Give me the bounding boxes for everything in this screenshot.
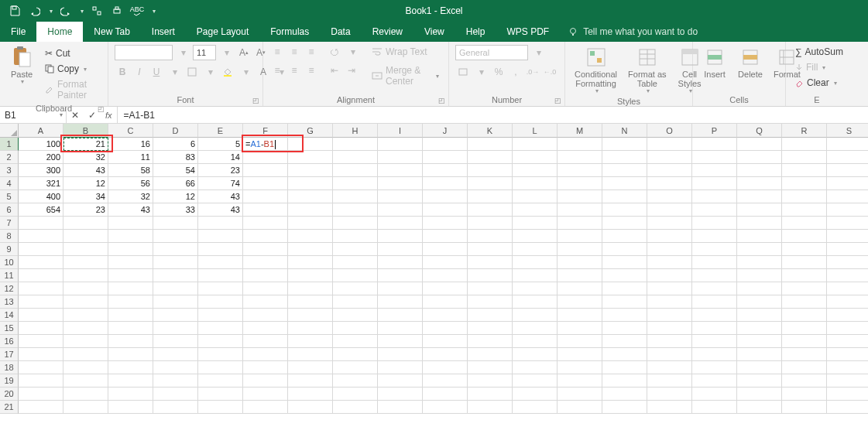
dialog-launcher-icon[interactable]: ◰ xyxy=(252,97,259,104)
cell[interactable] xyxy=(19,269,63,282)
cell[interactable] xyxy=(647,295,692,309)
cell[interactable] xyxy=(468,203,513,217)
fill-color-icon[interactable] xyxy=(220,65,235,79)
cell[interactable] xyxy=(692,177,737,190)
cell[interactable] xyxy=(737,203,782,217)
cell[interactable] xyxy=(602,217,647,230)
cell[interactable] xyxy=(827,335,868,348)
cell[interactable] xyxy=(827,151,868,164)
cell[interactable] xyxy=(288,138,333,151)
cell[interactable] xyxy=(737,243,782,256)
cell[interactable] xyxy=(468,217,513,230)
cell[interactable] xyxy=(513,217,558,230)
row-header[interactable]: 9 xyxy=(0,243,19,256)
column-header[interactable]: N xyxy=(602,124,647,138)
cell[interactable] xyxy=(782,361,827,374)
cell[interactable] xyxy=(378,243,423,256)
cell[interactable] xyxy=(827,243,868,256)
cell[interactable] xyxy=(288,256,333,269)
cell[interactable] xyxy=(198,243,243,256)
cell[interactable] xyxy=(243,177,288,190)
cell[interactable]: 74 xyxy=(198,177,243,190)
row-header[interactable]: 2 xyxy=(0,151,19,164)
cell[interactable] xyxy=(243,164,288,177)
cell[interactable] xyxy=(243,282,288,295)
tab-wpspdf[interactable]: WPS PDF xyxy=(496,22,560,42)
cell[interactable] xyxy=(692,309,737,322)
cell[interactable] xyxy=(558,309,602,322)
cell[interactable] xyxy=(692,348,737,361)
column-header[interactable]: H xyxy=(333,124,378,138)
chevron-down-icon[interactable]: ▾ xyxy=(60,111,63,118)
cell[interactable] xyxy=(333,401,378,414)
cell[interactable] xyxy=(827,374,868,387)
tab-insert[interactable]: Insert xyxy=(141,22,186,42)
cell[interactable] xyxy=(243,190,288,203)
undo-dropdown-icon[interactable]: ▾ xyxy=(48,2,54,19)
cell[interactable] xyxy=(558,269,602,282)
row-header[interactable]: 10 xyxy=(0,256,19,269)
cell[interactable]: 12 xyxy=(63,177,108,190)
number-format-combo[interactable]: General xyxy=(455,45,528,60)
cell[interactable] xyxy=(782,203,827,217)
cell[interactable] xyxy=(782,243,827,256)
cell[interactable]: 654 xyxy=(19,203,63,217)
cell[interactable] xyxy=(288,335,333,348)
cell[interactable] xyxy=(513,164,558,177)
cell[interactable] xyxy=(468,322,513,335)
conditional-formatting-button[interactable]: Conditional Formatting▾ xyxy=(571,45,620,95)
cell[interactable] xyxy=(288,295,333,309)
cell[interactable] xyxy=(63,217,108,230)
cell[interactable] xyxy=(647,164,692,177)
cell[interactable] xyxy=(198,269,243,282)
cell[interactable] xyxy=(19,309,63,322)
cell[interactable] xyxy=(468,230,513,243)
cell[interactable] xyxy=(198,309,243,322)
cell[interactable] xyxy=(513,401,558,414)
cell[interactable] xyxy=(423,322,468,335)
cell[interactable] xyxy=(692,374,737,387)
cell[interactable] xyxy=(378,230,423,243)
chevron-down-icon[interactable]: ▾ xyxy=(203,65,218,79)
cell[interactable] xyxy=(558,322,602,335)
cell[interactable] xyxy=(333,387,378,401)
font-size-combo[interactable]: 11 xyxy=(193,45,216,60)
cell[interactable] xyxy=(333,151,378,164)
cell[interactable] xyxy=(333,256,378,269)
format-as-table-button[interactable]: Format as Table▾ xyxy=(625,45,670,95)
cell[interactable]: 23 xyxy=(198,164,243,177)
cell[interactable] xyxy=(153,217,198,230)
cell[interactable] xyxy=(737,361,782,374)
column-header[interactable]: Q xyxy=(737,124,782,138)
cell[interactable] xyxy=(782,151,827,164)
wrap-text-button[interactable]: Wrap Text xyxy=(369,45,442,59)
cell[interactable] xyxy=(378,151,423,164)
cell[interactable] xyxy=(782,269,827,282)
cell[interactable] xyxy=(468,295,513,309)
cell[interactable] xyxy=(19,282,63,295)
touch-mode-icon[interactable] xyxy=(88,2,105,19)
cell[interactable] xyxy=(423,230,468,243)
cell[interactable] xyxy=(692,322,737,335)
cell[interactable] xyxy=(63,295,108,309)
cell[interactable] xyxy=(602,256,647,269)
cell[interactable] xyxy=(513,269,558,282)
row-header[interactable]: 11 xyxy=(0,269,19,282)
cell[interactable] xyxy=(782,322,827,335)
cell[interactable] xyxy=(737,309,782,322)
cell[interactable] xyxy=(243,269,288,282)
cell[interactable] xyxy=(827,309,868,322)
cell[interactable] xyxy=(558,138,602,151)
cell[interactable] xyxy=(19,335,63,348)
cell[interactable] xyxy=(827,387,868,401)
cell[interactable] xyxy=(513,374,558,387)
cell[interactable] xyxy=(423,151,468,164)
cell[interactable] xyxy=(782,256,827,269)
row-header[interactable]: 14 xyxy=(0,309,19,322)
column-header[interactable]: R xyxy=(782,124,827,138)
cell[interactable] xyxy=(737,190,782,203)
cut-button[interactable]: ✂Cut xyxy=(42,46,101,60)
cell[interactable] xyxy=(423,217,468,230)
tab-newtab[interactable]: New Tab xyxy=(83,22,140,42)
cell[interactable] xyxy=(19,217,63,230)
